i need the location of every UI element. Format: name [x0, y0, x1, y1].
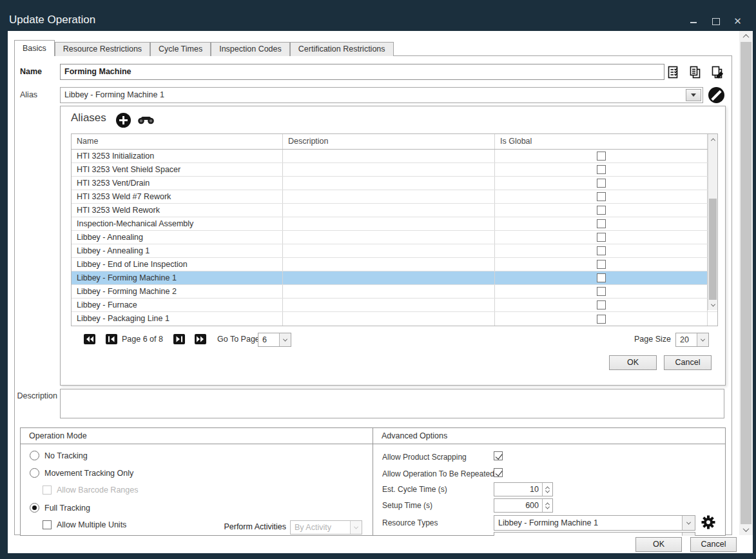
table-row[interactable]: Libbey - Forming Machine 2 [72, 285, 717, 299]
row-isglobal-cell [495, 271, 708, 284]
resource-types-gear-icon[interactable] [701, 515, 716, 532]
name-input[interactable]: Forming Machine [60, 64, 664, 80]
window-title: Update Operation [9, 14, 95, 26]
table-row[interactable]: HTI 3253 Vent Shield Spacer [72, 163, 717, 177]
edit-list-icon[interactable] [666, 65, 680, 81]
scroll-down-icon[interactable] [739, 524, 753, 535]
table-scroll-down-icon[interactable] [708, 300, 717, 310]
row-description-cell [283, 312, 495, 326]
description-input[interactable] [60, 389, 724, 418]
row-description-cell [283, 163, 495, 176]
row-description-cell [283, 299, 495, 311]
scroll-up-icon[interactable] [739, 31, 753, 42]
row-name-cell: Libbey - Packaging Line 1 [72, 312, 283, 326]
add-alias-icon[interactable] [116, 113, 131, 128]
resource-types-select[interactable]: Libbey - Forming Machine 1 [494, 515, 695, 531]
row-isglobal-cell [495, 258, 708, 271]
is-global-checkbox[interactable] [597, 287, 606, 296]
is-global-checkbox[interactable] [597, 152, 606, 161]
minimize-button[interactable] [690, 17, 698, 25]
row-isglobal-cell [495, 217, 708, 230]
is-global-checkbox[interactable] [597, 206, 606, 215]
search-binoculars-icon[interactable] [137, 115, 155, 126]
tab-resource-restrictions[interactable]: Resource Restrictions [55, 42, 150, 56]
is-global-checkbox[interactable] [597, 233, 606, 242]
table-row[interactable]: Libbey - Annealing 1 [72, 244, 717, 258]
copy-document-icon[interactable] [688, 65, 702, 81]
setup-time-stepper[interactable] [542, 499, 552, 512]
perform-activities-select: By Activity [290, 520, 362, 534]
table-row[interactable]: HTI 3253 Weld Rework [72, 204, 717, 217]
dialog-scrollbar[interactable] [739, 31, 753, 535]
page-size-value: 20 [680, 335, 689, 344]
table-scroll-up-icon[interactable] [708, 134, 717, 144]
allow-product-scrapping-checkbox[interactable] [494, 451, 503, 460]
clear-alias-icon[interactable] [708, 87, 724, 103]
is-global-checkbox[interactable] [597, 192, 606, 201]
option-movement-tracking[interactable]: Movement Tracking Only [30, 468, 133, 478]
table-row[interactable]: HTI 3253 Initialization [72, 150, 717, 163]
pager: Page 6 of 8 Go To Page 6 Page Size 20 [61, 332, 725, 348]
is-global-checkbox[interactable] [597, 179, 606, 188]
setup-time-spinner[interactable]: 600 [494, 498, 553, 513]
popup-ok-button[interactable]: OK [609, 355, 657, 370]
next-page-button[interactable] [173, 334, 185, 344]
is-global-checkbox[interactable] [597, 165, 606, 174]
cancel-button[interactable]: Cancel [690, 537, 737, 552]
tab-basics[interactable]: Basics [14, 40, 55, 56]
is-global-checkbox[interactable] [597, 273, 606, 282]
secondary-resource-select[interactable] [494, 532, 695, 536]
is-global-checkbox[interactable] [597, 315, 606, 324]
table-row[interactable]: HTI 3253 Vent/Drain [72, 177, 717, 190]
allow-operation-repeated-checkbox[interactable] [494, 468, 503, 477]
table-row[interactable]: Libbey - Furnace [72, 299, 717, 312]
no-tracking-label: No Tracking [44, 451, 88, 460]
table-row[interactable]: Libbey - End of Line Inspection [72, 258, 717, 271]
page-size-select[interactable]: 20 [675, 333, 709, 347]
tab-certification-restrictions[interactable]: Certification Restrictions [290, 42, 394, 56]
close-button[interactable]: ✕ [733, 17, 742, 25]
popup-cancel-button[interactable]: Cancel [664, 355, 712, 370]
table-row[interactable]: Libbey - Annealing [72, 231, 717, 244]
option-no-tracking[interactable]: No Tracking [30, 451, 88, 460]
is-global-checkbox[interactable] [597, 260, 606, 269]
resource-types-chevron-icon[interactable] [682, 516, 695, 530]
alias-dropdown-icon[interactable] [686, 89, 701, 101]
setup-time-value: 600 [494, 499, 541, 512]
table-row[interactable]: Inspection-Mechanical Assembly [72, 217, 717, 231]
previous-page-button[interactable] [106, 334, 117, 344]
first-page-button[interactable] [84, 334, 95, 344]
no-tracking-radio[interactable] [30, 451, 39, 460]
column-header-isglobal[interactable]: Is Global [495, 134, 708, 149]
go-to-page-chevron-icon[interactable] [279, 333, 291, 346]
ok-button[interactable]: OK [635, 537, 682, 552]
maximize-button[interactable] [712, 17, 720, 25]
page-size-chevron-icon[interactable] [697, 333, 708, 346]
movement-tracking-radio[interactable] [30, 468, 39, 478]
alias-combobox[interactable]: Libbey - Forming Machine 1 [60, 87, 703, 103]
table-scrollbar[interactable] [708, 134, 717, 310]
is-global-checkbox[interactable] [597, 246, 606, 255]
table-row[interactable]: Libbey - Forming Machine 1 [72, 271, 717, 285]
full-tracking-radio[interactable] [30, 503, 39, 513]
est-cycle-time-spinner[interactable]: 10 [494, 482, 553, 496]
copy-edit-icon[interactable] [710, 65, 724, 81]
is-global-checkbox[interactable] [597, 300, 606, 309]
tab-inspection-codes[interactable]: Inspection Codes [211, 42, 290, 56]
table-scrollbar-thumb[interactable] [709, 199, 717, 300]
column-header-name[interactable]: Name [72, 134, 283, 149]
secondary-resource-chevron-icon[interactable] [682, 533, 695, 536]
is-global-checkbox[interactable] [597, 219, 606, 228]
alias-combobox-value: Libbey - Forming Machine 1 [64, 90, 164, 99]
dialog-scrollbar-thumb[interactable] [741, 42, 751, 524]
table-row[interactable]: HTI 3253 Weld #7 Rework [72, 190, 717, 204]
column-header-description[interactable]: Description [283, 134, 495, 149]
last-page-button[interactable] [195, 334, 206, 344]
basics-tab-page: Name Forming Machine Alias [14, 55, 732, 535]
go-to-page-select[interactable]: 6 [258, 333, 291, 347]
table-row[interactable]: Libbey - Packaging Line 1 [72, 312, 717, 326]
option-full-tracking[interactable]: Full Tracking [30, 503, 90, 513]
row-name-cell: HTI 3253 Weld Rework [72, 204, 283, 217]
tab-cycle-times[interactable]: Cycle Times [150, 42, 211, 56]
est-cycle-time-stepper[interactable] [542, 483, 552, 496]
